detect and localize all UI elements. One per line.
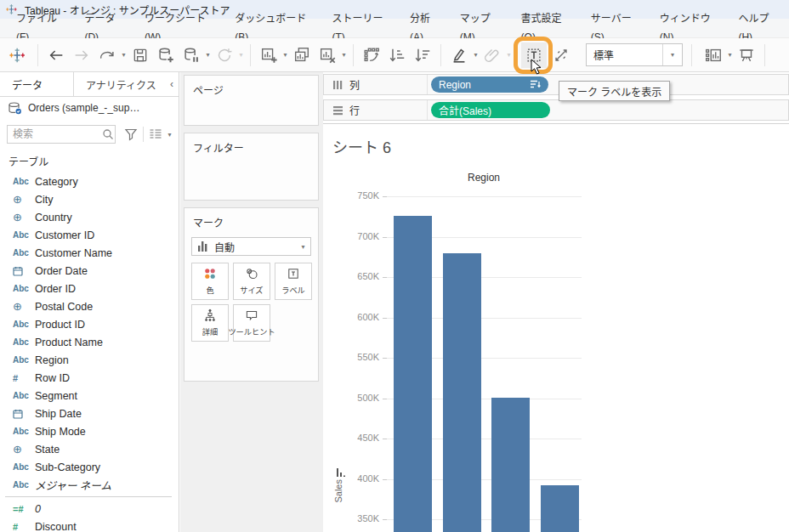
group-members-button[interactable] [480,42,505,68]
toolbar-separator [37,44,38,66]
field-label: 0 [35,503,41,515]
toolbar-tooltip: マーク ラベルを表示 [559,81,670,101]
size-button[interactable]: サイズ [233,263,270,300]
cards-column: ページ フィルター マーク 自動 ▾ 色 サイズ [180,72,323,532]
y-tick-label: 450K [335,433,379,443]
tooltip-button[interactable]: ツールヒント [233,304,270,342]
forward-button[interactable] [69,42,94,68]
highlight-dropdown-caret-icon[interactable]: ▾ [472,51,480,59]
field-row[interactable]: AbcOrder ID [0,280,179,297]
pill-sum-sales[interactable]: 合計(Sales) [431,102,550,118]
fit-dropdown-caret-icon[interactable]: ▾ [662,44,682,65]
field-row[interactable]: AbcSub-Category [0,458,179,476]
field-row[interactable]: ⊕Postal Code [0,297,179,315]
field-row[interactable]: AbcSegment [0,387,179,405]
duplicate-sheet-button[interactable] [289,42,315,68]
field-row[interactable]: AbcShip Mode [0,422,179,440]
search-input[interactable] [7,125,116,144]
field-row[interactable]: ⊕Country [0,208,179,226]
datasource-icon [8,102,22,115]
field-row[interactable]: ⊕City [0,190,179,208]
field-label: City [35,194,54,206]
calc-icon: =# [13,504,35,514]
text-icon: Abc [13,320,35,329]
new-worksheet-button[interactable] [256,42,281,68]
field-row[interactable]: Ship Date [0,405,179,422]
fix-axes-button[interactable] [548,42,574,68]
sheet-canvas[interactable]: シート 6 Region Sales 750K700K650K600K550K5… [323,123,789,532]
sort-descending-button[interactable] [410,42,435,68]
detail-button[interactable]: 詳細 [191,304,229,342]
text-icon: Abc [13,337,35,347]
pages-card-title: ページ [184,76,318,97]
group-dropdown-caret-icon[interactable]: ▾ [505,51,513,59]
field-label: Segment [35,390,77,402]
column-field-header[interactable]: Region [387,172,581,184]
save-button[interactable] [128,42,153,68]
rows-shelf[interactable]: 行 合計(Sales) [323,99,789,121]
calendar-icon [13,409,35,419]
field-row[interactable]: AbcCustomer Name [0,244,179,262]
mark-type-dropdown[interactable]: 自動 ▾ [191,237,311,256]
show-mark-labels-button[interactable] [521,42,547,68]
view-options-icon[interactable] [149,128,162,140]
divider [143,127,144,142]
bar-mark[interactable] [491,398,530,532]
sort-badge-icon[interactable] [530,80,541,89]
highlight-button[interactable] [446,42,472,68]
collapse-pane-button[interactable]: ‹ [165,72,179,96]
bar-mark[interactable] [541,485,579,532]
add-data-source-button[interactable] [153,42,179,68]
pill-region[interactable]: Region [431,76,548,93]
pill-region-label: Region [439,79,471,91]
filters-card[interactable]: フィルター [184,133,319,201]
field-label: State [35,444,60,456]
view-options-caret-icon[interactable]: ▾ [166,131,173,139]
filter-fields-icon[interactable] [124,127,138,141]
clear-sheet-button[interactable] [315,42,340,68]
refresh-data-button[interactable] [212,42,237,68]
show-me-button[interactable] [701,42,726,68]
swap-rows-columns-button[interactable] [359,42,384,68]
field-row[interactable]: ⊕State [0,440,179,458]
field-row[interactable]: Order Date [0,262,179,280]
pause-auto-updates-button[interactable] [179,42,204,68]
redo-button[interactable] [94,42,120,68]
field-row[interactable]: AbcCustomer ID [0,226,179,244]
pages-card[interactable]: ページ [184,75,319,126]
bar-mark[interactable] [394,216,432,532]
tab-analytics[interactable]: アナリティクス [74,72,165,96]
columns-shelf[interactable]: 列 Region [323,74,789,95]
axis-tick [383,318,387,319]
fit-selector-value: 標準 [587,48,662,62]
tableau-logo-icon[interactable] [5,42,31,68]
field-row[interactable]: #Row ID [0,369,179,387]
pause-dropdown-caret-icon[interactable]: ▾ [204,51,212,59]
rows-shelf-label: 行 [324,100,428,120]
tab-data[interactable]: データ [0,72,74,96]
field-row[interactable]: AbcCategory [0,173,179,190]
show-me-dropdown-caret-icon[interactable]: ▾ [726,51,734,59]
redo-dropdown-caret-icon[interactable]: ▾ [120,51,128,59]
fit-selector[interactable]: 標準 ▾ [586,43,683,66]
back-button[interactable] [43,42,69,68]
clear-dropdown-caret-icon[interactable]: ▾ [340,51,348,59]
new-sheet-dropdown-caret-icon[interactable]: ▾ [281,51,289,59]
field-row[interactable]: Abcメジャー ネーム [0,476,179,494]
color-icon [203,267,217,280]
presentation-mode-button[interactable] [734,42,759,68]
y-tick-label: 400K [335,473,379,484]
datasource-item[interactable]: Orders (sample_-_sup… [0,97,179,119]
field-row[interactable]: AbcProduct Name [0,333,179,351]
sort-ascending-button[interactable] [384,42,410,68]
field-row[interactable]: #Discount [0,518,179,532]
label-button[interactable]: ラベル [275,263,312,300]
menu-bar: ファイル(F)データ(D)ワークシート(W)ダッシュボード(B)ストーリー(T)… [0,19,789,38]
color-button[interactable]: 色 [191,263,229,300]
field-row[interactable]: AbcProduct ID [0,315,179,333]
field-row[interactable]: =#0 [0,500,179,518]
axis-tick [383,237,387,238]
bar-mark[interactable] [443,253,481,532]
refresh-dropdown-caret-icon[interactable]: ▾ [237,51,245,59]
field-row[interactable]: AbcRegion [0,351,179,369]
